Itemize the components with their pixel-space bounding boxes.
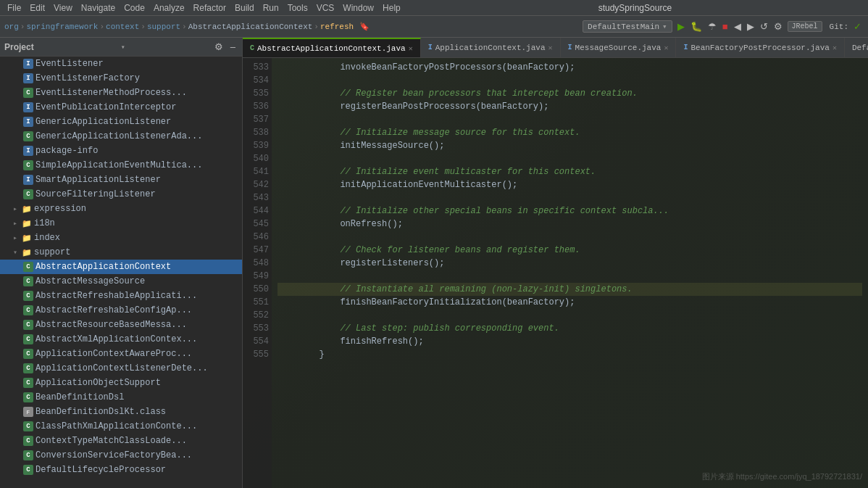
jrebel-btn-wrapper[interactable]: JRebel — [788, 21, 822, 32]
back-button[interactable]: ◀ — [732, 20, 743, 33]
menu-window[interactable]: Window — [338, 3, 378, 13]
tree-arrow[interactable]: ▾ — [13, 248, 22, 257]
tree-arrow[interactable]: ▸ — [13, 233, 22, 242]
list-item[interactable]: ▸📁expression — [0, 202, 242, 216]
code-line: initApplicationEventMulticaster(); — [277, 178, 862, 191]
menu-code[interactable]: Code — [120, 3, 149, 13]
rerun-button[interactable]: ↺ — [758, 20, 770, 33]
tree-item-label: AbstractXmlApplicationContex... — [36, 334, 197, 344]
breadcrumb-springframework[interactable]: springframework — [26, 22, 98, 31]
tab-bfpp[interactable]: IBeanFactoryPostProcessor.java✕ — [676, 38, 844, 58]
menu-build[interactable]: Build — [230, 3, 259, 13]
menu-run[interactable]: Run — [259, 3, 283, 13]
breadcrumb-org[interactable]: org — [4, 22, 19, 31]
interface-icon: I — [23, 175, 33, 185]
menu-edit[interactable]: Edit — [25, 3, 49, 13]
code-text: registerBeanPostProcessors(beanFactory); — [277, 102, 548, 112]
tab-close-icon[interactable]: ✕ — [409, 44, 413, 53]
toolbar-actions: ▶ 🐛 ☂ ■ ◀ ▶ ↺ ⚙ — [675, 20, 785, 33]
list-item[interactable]: CConversionServiceFactoryBea... — [0, 448, 242, 463]
list-item[interactable]: CAbstractApplicationContext — [0, 260, 242, 274]
code-editor[interactable]: 5335345355365375385395405415425435445455… — [243, 58, 868, 488]
forward-button[interactable]: ▶ — [745, 20, 756, 33]
interface-icon: I — [23, 59, 33, 69]
run-button[interactable]: ▶ — [675, 20, 687, 33]
debug-button[interactable]: 🐛 — [688, 20, 704, 33]
list-item[interactable]: ▸📁i18n — [0, 216, 242, 231]
list-item[interactable]: CApplicationObjectSupport — [0, 376, 242, 390]
list-item[interactable]: ISmartApplicationListener — [0, 173, 242, 187]
breadcrumb-context[interactable]: context — [106, 22, 139, 31]
tab-close-icon[interactable]: ✕ — [548, 44, 553, 52]
list-item[interactable]: CAbstractRefreshableApplicati... — [0, 289, 242, 303]
menu-file[interactable]: File — [3, 3, 25, 13]
menu-tools[interactable]: Tools — [283, 3, 312, 13]
list-item[interactable]: IEventPublicationInterceptor — [0, 100, 242, 115]
list-item[interactable]: CSourceFilteringListener — [0, 187, 242, 202]
tab-close-icon[interactable]: ✕ — [664, 44, 668, 52]
sidebar-settings-icon[interactable]: ⚙ — [212, 40, 225, 54]
list-item[interactable]: CSimpleApplicationEventMultica... — [0, 158, 242, 173]
code-text: initMessageSource(); — [277, 141, 444, 151]
git-check-button[interactable]: ✓ — [851, 20, 864, 33]
list-item[interactable]: CAbstractXmlApplicationContex... — [0, 332, 242, 347]
tree-item-label: EventListenerMethodProcess... — [36, 88, 187, 98]
coverage-button[interactable]: ☂ — [706, 20, 719, 33]
breadcrumb-class[interactable]: AbstractApplicationContext — [188, 22, 313, 31]
folder-icon: 📁 — [22, 204, 32, 214]
list-item[interactable]: CContextTypeMatchClassLoade... — [0, 434, 242, 448]
line-number: 539 — [243, 139, 269, 152]
list-item[interactable]: CDefaultLifecycleProcessor — [0, 463, 242, 477]
list-item[interactable]: CApplicationContextAwareProc... — [0, 347, 242, 361]
tree-arrow[interactable]: ▸ — [13, 204, 22, 213]
list-item[interactable]: IGenericApplicationListener — [0, 115, 242, 129]
menu-navigate[interactable]: Navigate — [77, 3, 120, 13]
tab-default[interactable]: Defau...✕ — [845, 38, 868, 58]
sidebar-title-dropdown-icon[interactable]: ▾ — [121, 43, 125, 51]
tab-close-icon[interactable]: ✕ — [832, 44, 837, 52]
menu-refactor[interactable]: Refactor — [189, 3, 230, 13]
tab-abstract[interactable]: CAbstractApplicationContext.java✕ — [243, 38, 421, 58]
breadcrumb-method[interactable]: refresh — [320, 22, 354, 31]
menu-help[interactable]: Help — [378, 3, 405, 13]
tree-arrow[interactable]: ▸ — [13, 219, 22, 228]
tab-appctx[interactable]: IApplicationContext.java✕ — [421, 38, 561, 58]
menu-vcs[interactable]: VCS — [312, 3, 339, 13]
git-label: Git: — [830, 22, 848, 31]
breadcrumb-support[interactable]: support — [147, 22, 180, 31]
run-config-dropdown-icon[interactable]: ▾ — [662, 22, 667, 31]
run-config-label[interactable]: DefaultTestMain — [588, 22, 659, 31]
tab-label: BeanFactoryPostProcessor.java — [690, 44, 829, 52]
file-icon: F — [23, 407, 33, 417]
sidebar-minimize-icon[interactable]: – — [228, 40, 238, 54]
list-item[interactable]: Ipackage-info — [0, 144, 242, 158]
class-icon: C — [23, 320, 33, 330]
class-icon: C — [23, 88, 33, 98]
bookmark-icon[interactable]: 🔖 — [359, 22, 370, 31]
list-item[interactable]: CBeanDefinitionDsl — [0, 390, 242, 405]
sidebar: Project ▾ ⚙ – IEventListenerIEventListen… — [0, 38, 243, 488]
class-icon: C — [23, 378, 33, 388]
list-item[interactable]: CGenericApplicationListenerAda... — [0, 129, 242, 144]
list-item[interactable]: ▸📁index — [0, 231, 242, 245]
tree-item-label: ClassPathXmlApplicationConte... — [36, 421, 197, 431]
list-item[interactable]: CAbstractMessageSource — [0, 274, 242, 289]
tree-item-label: ApplicationContextAwareProc... — [36, 349, 192, 359]
list-item[interactable]: FBeanDefinitionDslKt.class — [0, 405, 242, 419]
code-line — [277, 74, 862, 87]
menu-view[interactable]: View — [49, 3, 77, 13]
list-item[interactable]: CClassPathXmlApplicationConte... — [0, 419, 242, 434]
list-item[interactable]: IEventListenerFactory — [0, 71, 242, 86]
list-item[interactable]: IEventListener — [0, 57, 242, 71]
comment-text: // Instantiate all remaining (non-lazy-i… — [277, 284, 633, 294]
list-item[interactable]: CEventListenerMethodProcess... — [0, 86, 242, 100]
list-item[interactable]: CAbstractResourceBasedMessa... — [0, 318, 242, 332]
code-line: // Initialize message source for this co… — [277, 126, 862, 139]
settings-button[interactable]: ⚙ — [772, 20, 785, 33]
list-item[interactable]: CAbstractRefreshableConfigAp... — [0, 303, 242, 318]
stop-button[interactable]: ■ — [720, 20, 730, 33]
list-item[interactable]: ▾📁support — [0, 245, 242, 260]
tab-msgsrc[interactable]: IMessageSource.java✕ — [561, 38, 677, 58]
list-item[interactable]: CApplicationContextListenerDete... — [0, 361, 242, 376]
menu-analyze[interactable]: Analyze — [149, 3, 189, 13]
